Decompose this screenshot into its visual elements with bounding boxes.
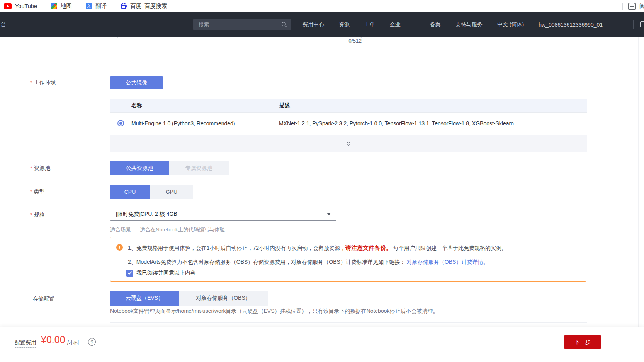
image-table: 名称 描述 Multi-Engine 1.0 (Python3, Recomme…: [110, 99, 587, 134]
image-description: MXNet-1.2.1, PySpark-2.3.2, Pytorch-1.0.…: [273, 120, 587, 126]
radio-selected[interactable]: [117, 120, 124, 126]
help-icon[interactable]: ?: [88, 338, 96, 346]
notice-line-1: 1、免费规格用于使用体验，会在1小时后自动停止，72小时内没有再次启动，会释放资…: [128, 244, 507, 252]
nav-item-tickets[interactable]: 工单: [364, 21, 375, 28]
pool-option-public[interactable]: 公共资源池: [110, 161, 169, 175]
pool-toggle-group: 公共资源池 专属资源池: [110, 161, 229, 175]
reading-list-icon[interactable]: [628, 3, 636, 10]
nav-item-language[interactable]: 中文 (简体): [497, 21, 524, 28]
required-asterisk: *: [30, 212, 32, 218]
agree-label: 我已阅读并同意以上内容: [136, 270, 196, 277]
main-content: 0/512 *工作环境 公共镜像 名称 描述 Multi-Engine 1.0 …: [0, 37, 644, 327]
notice-backup-warning: 请注意文件备份。: [345, 244, 392, 251]
divider: [633, 20, 634, 29]
type-toggle-group: CPU GPU: [110, 185, 193, 199]
translate-icon: 文: [86, 3, 92, 9]
agree-checkbox-checked[interactable]: [126, 270, 133, 277]
spec-dropdown[interactable]: [限时免费]CPU: 2 核 4GB: [110, 208, 336, 221]
required-asterisk: *: [30, 189, 32, 195]
storage-toggle-group: 云硬盘（EVS） 对象存储服务（OBS）: [110, 291, 268, 306]
search-icon: [281, 22, 287, 27]
work-env-label: *工作环境: [30, 79, 56, 86]
type-option-cpu[interactable]: CPU: [110, 185, 150, 199]
spec-hint-label: 适合场景：: [110, 227, 136, 232]
spec-dropdown-value: [限时免费]CPU: 2 核 4GB: [116, 211, 177, 218]
clipped-bookmark-label: 阅: [639, 3, 644, 10]
required-asterisk: *: [30, 80, 32, 85]
column-header-description: 描述: [273, 102, 587, 109]
pool-option-dedicated[interactable]: 专属资源池: [169, 161, 229, 175]
card-border-top: [15, 60, 635, 60]
char-counter: 0/512: [117, 38, 362, 44]
cost-label: 配置费用: [15, 339, 36, 348]
table-header: 名称 描述: [110, 99, 587, 113]
bookmark-label: 地图: [61, 2, 72, 10]
type-option-gpu[interactable]: GPU: [150, 185, 193, 199]
warning-icon: !: [116, 244, 123, 251]
expand-more-strip[interactable]: [110, 135, 587, 152]
nav-item-billing-center[interactable]: 费用中心: [302, 21, 324, 28]
next-step-button[interactable]: 下一步: [564, 335, 601, 349]
storage-option-obs[interactable]: 对象存储服务（OBS）: [179, 291, 268, 306]
bookmarks-bar: YouTube 地图 文 翻译 百度_百度搜索 阅: [0, 0, 644, 12]
spec-hint-text: 适合在Notebook上的代码编写与体验: [140, 227, 225, 232]
maps-icon: [51, 3, 57, 9]
image-name: Multi-Engine 1.0 (Python3, Recommended): [124, 120, 273, 126]
free-spec-notice-box: ! 1、免费规格用于使用体验，会在1小时后自动停止，72小时内没有再次启动，会释…: [110, 237, 586, 282]
baidu-icon: [121, 3, 127, 9]
bookmarks-bar-right: 阅: [622, 0, 644, 12]
cost-unit: /小时: [67, 340, 80, 347]
bookmark-label: 翻译: [95, 2, 107, 10]
bookmark-translate[interactable]: 文 翻译: [86, 2, 107, 10]
navbar-menu: 费用中心 资源 工单 企业 备案 支持与服务 中文 (简体) hw_008613…: [302, 12, 603, 37]
nav-item-account[interactable]: hw_008613612336990_01: [539, 22, 603, 28]
notice-line-2: 2、ModelArts免费算力不包含对象存储服务（OBS）存储资源费用，对象存储…: [128, 259, 488, 266]
nav-item-support[interactable]: 支持与服务: [455, 21, 483, 28]
bookmark-youtube[interactable]: YouTube: [4, 3, 37, 9]
chevron-down-icon: [327, 213, 331, 215]
column-header-name: 名称: [110, 102, 273, 109]
console-title-partial: 制台: [0, 21, 6, 28]
agree-row: 我已阅读并同意以上内容: [126, 270, 196, 277]
bookmark-label: YouTube: [15, 3, 37, 9]
spec-label: *规格: [30, 212, 45, 219]
console-navbar: 制台 费用中心 资源 工单 企业 备案 支持与服务 中文 (简体) hw_008…: [0, 12, 644, 37]
divider: [622, 3, 623, 10]
footer-bar: 配置费用 ¥0.00 /小时 ? 下一步: [0, 327, 644, 362]
scrollbar-track[interactable]: [638, 37, 639, 327]
nav-item-resources[interactable]: 资源: [339, 21, 350, 28]
bookmark-label: 百度_百度搜索: [130, 2, 167, 10]
nav-item-icp-filing[interactable]: 备案: [430, 21, 441, 28]
radio-dot: [119, 122, 122, 125]
clipped-corner-icon: [640, 21, 644, 27]
bookmark-maps[interactable]: 地图: [51, 2, 72, 10]
storage-label: 存储配置: [33, 295, 54, 302]
double-chevron-down-icon: [345, 141, 352, 147]
modelarts-notebook-create-page: YouTube 地图 文 翻译 百度_百度搜索 阅 制台: [0, 0, 644, 362]
obs-pricing-link[interactable]: 对象存储服务（OBS）计费详情。: [407, 259, 489, 265]
check-icon: [127, 271, 132, 275]
table-row[interactable]: Multi-Engine 1.0 (Python3, Recommended) …: [110, 113, 587, 134]
type-label: *类型: [30, 188, 45, 195]
storage-note: Notebook文件管理页面显示/home/ma-user/work目录（云硬盘…: [110, 308, 438, 315]
youtube-icon: [4, 3, 12, 9]
bookmark-baidu[interactable]: 百度_百度搜索: [121, 2, 167, 10]
storage-option-evs[interactable]: 云硬盘（EVS）: [110, 291, 179, 306]
card-border-left: [15, 60, 15, 327]
divider: [110, 322, 587, 323]
spec-hint: 适合场景：适合在Notebook上的代码编写与体验: [110, 226, 225, 233]
public-image-button[interactable]: 公共镜像: [110, 76, 163, 89]
nav-item-enterprise[interactable]: 企业: [390, 21, 401, 28]
pool-label: *资源池: [30, 165, 50, 172]
cost-price: ¥0.00: [41, 334, 65, 345]
console-search-box[interactable]: [193, 19, 291, 30]
required-asterisk: *: [30, 165, 32, 171]
search-input[interactable]: [193, 22, 281, 27]
